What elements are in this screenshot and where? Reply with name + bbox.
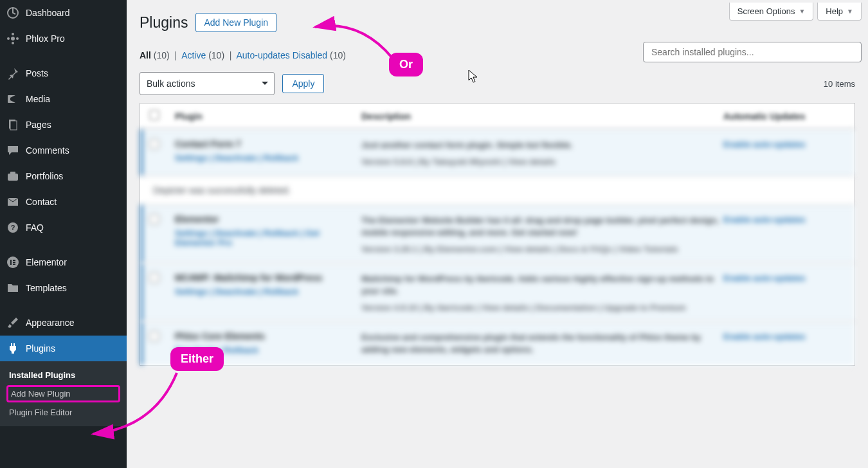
plugin-name: MC4WP: Mailchimp for WordPress	[175, 273, 361, 283]
brush-icon	[6, 316, 19, 329]
col-plugin-header: Plugin	[175, 111, 361, 122]
chevron-down-icon: ▼	[847, 8, 853, 15]
sidebar-item-media[interactable]: Media	[0, 86, 127, 112]
filter-active[interactable]: Active	[181, 50, 206, 60]
sidebar-label: Plugins	[26, 343, 55, 354]
plugin-actions[interactable]: Settings | Deactivate | Rollback | Get E…	[175, 228, 361, 248]
filter-active-count: (10)	[208, 50, 224, 60]
select-all-checkbox[interactable]	[149, 110, 159, 120]
help-button[interactable]: Help ▼	[817, 3, 862, 21]
table-row: Elementor Settings | Deactivate | Rollba…	[140, 204, 854, 263]
row-checkbox[interactable]	[149, 139, 159, 149]
sidebar-label: Media	[26, 94, 50, 104]
plugin-icon	[6, 342, 19, 355]
table-row: MC4WP: Mailchimp for WordPress Settings …	[140, 263, 854, 321]
filter-auto-count: (10)	[330, 50, 346, 60]
elementor-icon	[6, 256, 19, 269]
sidebar-item-dashboard[interactable]: Dashboard	[0, 0, 127, 26]
enable-auto-updates[interactable]: Enable auto-updates	[723, 332, 806, 341]
question-icon: ?	[6, 221, 19, 234]
sidebar-item-appearance[interactable]: Appearance	[0, 310, 127, 336]
svg-rect-17	[13, 262, 15, 263]
sidebar-item-elementor[interactable]: Elementor	[0, 249, 127, 275]
svg-point-5	[16, 37, 19, 40]
plugin-actions[interactable]: Settings | Deactivate | Rollback	[175, 287, 361, 296]
svg-rect-9	[8, 174, 18, 181]
add-new-plugin-button[interactable]: Add New Plugin	[195, 13, 276, 32]
svg-point-2	[12, 33, 14, 35]
plugin-description: Exclusive and comprehensive plugin that …	[361, 331, 723, 356]
row-checkbox[interactable]	[149, 331, 159, 341]
sidebar-item-posts[interactable]: Posts	[0, 60, 127, 86]
sidebar-item-plugins[interactable]: Plugins	[0, 336, 127, 361]
dashboard-icon	[6, 6, 19, 19]
sidebar-label: Comments	[26, 145, 69, 156]
sidebar-label: FAQ	[26, 222, 44, 233]
screen-options-button[interactable]: Screen Options ▼	[729, 3, 814, 21]
plugins-submenu: Installed Plugins Add New Plugin Plugin …	[0, 361, 127, 426]
sidebar-item-contact[interactable]: Contact	[0, 189, 127, 215]
sidebar-label: Dashboard	[26, 8, 70, 18]
search-plugins-input[interactable]	[643, 42, 862, 62]
folder-icon	[6, 282, 19, 294]
enable-auto-updates[interactable]: Enable auto-updates	[723, 215, 806, 224]
sidebar-item-templates[interactable]: Templates	[0, 275, 127, 301]
media-icon	[6, 93, 19, 105]
help-label: Help	[826, 6, 843, 16]
plugin-description: The Elementor Website Builder has it all…	[361, 214, 723, 239]
sidebar-label: Contact	[26, 197, 57, 207]
svg-text:?: ?	[11, 224, 15, 231]
sidebar-label: Appearance	[26, 318, 75, 328]
plugin-name: Phlox Core Elements	[175, 331, 361, 341]
plugin-meta: Version 3.20.1 | By Elementor.com | View…	[361, 244, 723, 254]
apply-button[interactable]: Apply	[282, 74, 324, 93]
plugin-meta: Version 5.8.6 | By Takayuki Miyoshi | Vi…	[361, 157, 723, 166]
plugin-name: Elementor	[175, 214, 361, 224]
sidebar-item-faq[interactable]: ? FAQ	[0, 215, 127, 240]
sidebar-label: Templates	[26, 283, 67, 293]
sidebar-label: Posts	[26, 68, 48, 78]
deletion-notice: Depicter was successfully deleted.	[140, 176, 854, 204]
portfolio-icon	[6, 170, 19, 183]
screen-options-label: Screen Options	[737, 6, 795, 16]
table-row: Contact Form 7 Settings | Deactivate | R…	[140, 129, 854, 176]
comment-icon	[6, 144, 19, 157]
svg-rect-15	[10, 260, 12, 265]
bulk-actions-select[interactable]: Bulk actions	[140, 72, 275, 95]
row-checkbox[interactable]	[149, 273, 159, 283]
plugins-table: Plugin Description Automatic Updates Con…	[140, 103, 855, 366]
sidebar-item-portfolios[interactable]: Portfolios	[0, 163, 127, 189]
plugin-actions[interactable]: Settings | Deactivate | Rollback	[175, 153, 361, 163]
filter-auto-updates[interactable]: Auto-updates Disabled	[236, 50, 327, 60]
plugin-name: Contact Form 7	[175, 139, 361, 149]
page-title: Plugins	[140, 14, 188, 32]
sidebar-item-pages[interactable]: Pages	[0, 112, 127, 138]
sidebar-item-phlox[interactable]: Phlox Pro	[0, 26, 127, 51]
col-desc-header: Description	[361, 111, 723, 122]
svg-rect-16	[13, 260, 15, 261]
items-count: 10 items	[824, 79, 855, 89]
enable-auto-updates[interactable]: Enable auto-updates	[723, 273, 806, 283]
enable-auto-updates[interactable]: Enable auto-updates	[723, 140, 806, 149]
sidebar-label: Elementor	[26, 257, 67, 267]
filter-all[interactable]: All	[140, 50, 151, 60]
submenu-plugin-file-editor[interactable]: Plugin File Editor	[0, 404, 127, 421]
submenu-installed-plugins[interactable]: Installed Plugins	[0, 366, 127, 384]
svg-point-3	[12, 42, 14, 44]
admin-sidebar: Dashboard Phlox Pro Posts Media Pages Co…	[0, 0, 127, 468]
table-row: Phlox Core Elements Deactivate | Rollbac…	[140, 321, 854, 365]
svg-rect-8	[10, 121, 17, 130]
svg-point-1	[11, 37, 15, 40]
envelope-icon	[6, 195, 19, 208]
page-icon	[6, 118, 19, 131]
sidebar-item-comments[interactable]: Comments	[0, 138, 127, 163]
annotation-either-badge: Either	[170, 347, 224, 371]
plugin-description: Just another contact form plugin. Simple…	[361, 139, 723, 152]
sidebar-label: Portfolios	[26, 171, 63, 181]
svg-rect-10	[10, 172, 15, 174]
mouse-cursor-icon	[467, 69, 480, 87]
submenu-add-new-plugin[interactable]: Add New Plugin	[6, 385, 120, 402]
svg-rect-18	[13, 264, 15, 265]
row-checkbox[interactable]	[149, 214, 159, 224]
pin-icon	[6, 67, 19, 80]
